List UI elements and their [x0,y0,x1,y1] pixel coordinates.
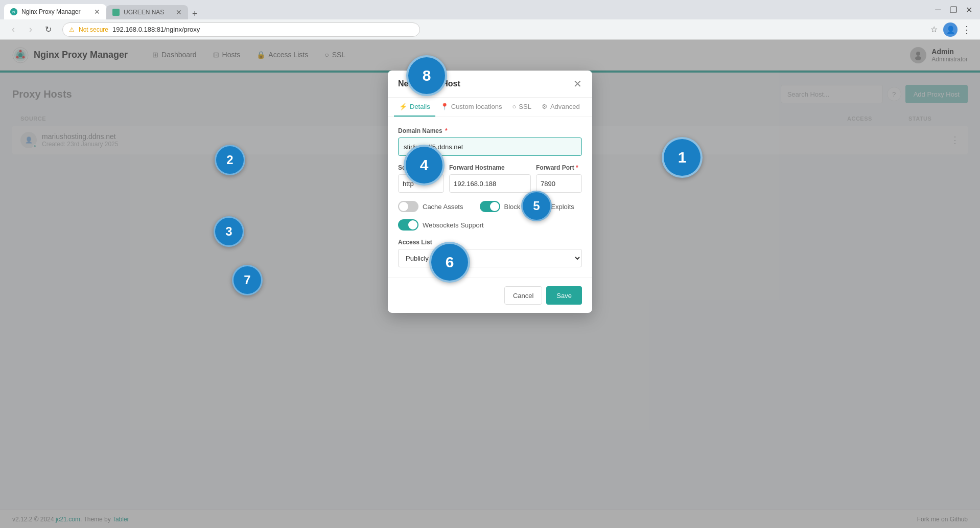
websockets-toggle[interactable] [398,219,418,231]
cache-assets-label: Cache Assets [423,203,463,211]
app-content: Nginx Proxy Manager ⊞ Dashboard ⊡ Hosts … [0,40,980,528]
cache-assets-toggle[interactable] [398,201,418,212]
svg-text:N: N [12,10,15,14]
modal-footer: Cancel Save [388,278,592,313]
domain-names-input[interactable] [398,137,582,156]
nav-back-button[interactable]: ‹ [6,22,20,37]
port-required: * [576,164,578,171]
custom-locations-tab-icon: 📍 [440,103,449,110]
access-list-select[interactable]: Publicly Accessible [398,249,582,267]
block-exploits-label: Block Common Exploits [504,203,574,211]
security-warning-icon: ⚠ [69,26,75,33]
tab-label-nginx: Nginx Proxy Manager [21,8,80,15]
tab-ugreen-nas[interactable]: UGREEN NAS ✕ [106,5,188,19]
address-text: 192.168.0.188:81/nginx/proxy [112,26,200,33]
cancel-button[interactable]: Cancel [504,286,542,305]
domain-names-label: Domain Names * [398,127,582,134]
window-close-button[interactable]: ✕ [962,3,976,17]
access-list-label: Access List [398,239,582,246]
tab-favicon-nas [112,9,120,16]
details-tab-icon: ⚡ [399,103,407,110]
toggles-row-1: Cache Assets Block Common Exploits [398,201,582,212]
scheme-required: * [423,164,426,171]
tab-label-nas: UGREEN NAS [124,9,164,16]
forward-port-input[interactable] [536,174,582,193]
tab-close-nginx[interactable]: ✕ [94,8,100,16]
window-minimize-button[interactable]: ─ [931,3,945,17]
tab-favicon-nginx: N [10,8,17,15]
modal-title: New Proxy Host [398,79,460,88]
new-proxy-host-modal: New Proxy Host ✕ ⚡ Details 📍 Custom loca… [388,71,592,313]
modal-close-button[interactable]: ✕ [573,79,582,89]
address-bar[interactable]: ⚠ Not secure 192.168.0.188:81/nginx/prox… [62,22,420,37]
modal-tabs: ⚡ Details 📍 Custom locations ○ SSL ⚙ Adv… [388,98,592,117]
modal-header: New Proxy Host ✕ [388,71,592,98]
block-exploits-toggle[interactable] [480,201,500,212]
tab-custom-locations[interactable]: 📍 Custom locations [435,98,507,117]
window-maximize-button[interactable]: ❐ [946,3,961,17]
websockets-toggle-group: Websockets Support [398,219,582,231]
tab-nginx-proxy-manager[interactable]: N Nginx Proxy Manager ✕ [4,4,106,19]
tab-details[interactable]: ⚡ Details [394,98,435,117]
details-tab-label: Details [410,103,430,110]
advanced-tab-icon: ⚙ [542,103,548,110]
block-exploits-toggle-group: Block Common Exploits [480,201,574,212]
forward-port-label: Forward Port * [536,164,582,171]
tab-close-nas[interactable]: ✕ [176,8,182,16]
advanced-tab-label: Advanced [550,103,580,110]
tab-advanced[interactable]: ⚙ Advanced [536,98,585,117]
modal-body: Domain Names * Scheme * [388,117,592,278]
modal-overlay[interactable]: New Proxy Host ✕ ⚡ Details 📍 Custom loca… [0,40,980,528]
custom-locations-tab-label: Custom locations [451,103,502,110]
user-profile-button[interactable]: 👤 [943,22,958,37]
nav-refresh-button[interactable]: ↻ [41,22,55,37]
security-label: Not secure [79,26,108,33]
ssl-tab-label: SSL [519,103,531,110]
forward-hostname-group: Forward Hostname [449,164,531,193]
tab-ssl[interactable]: ○ SSL [507,98,536,117]
cache-assets-toggle-group: Cache Assets [398,201,463,212]
access-list-group: Access List Publicly Accessible [398,239,582,267]
domain-names-group: Domain Names * [398,127,582,156]
forward-port-group: Forward Port * [536,164,582,193]
browser-menu-button[interactable]: ⋮ [960,22,974,37]
bookmark-button[interactable]: ☆ [927,22,941,37]
forward-hostname-input[interactable] [449,174,531,193]
save-button[interactable]: Save [546,286,582,305]
scheme-label: Scheme * [398,164,444,171]
websockets-label: Websockets Support [423,221,484,229]
required-star: * [445,127,448,134]
new-tab-button[interactable]: + [188,9,202,19]
scheme-group: Scheme * [398,164,444,193]
forward-hostname-label: Forward Hostname [449,164,531,171]
nav-forward-button[interactable]: › [24,22,38,37]
ssl-tab-icon: ○ [512,103,516,110]
connection-fields-row: Scheme * Forward Hostname Forward Po [398,164,582,193]
scheme-input[interactable] [398,174,444,193]
